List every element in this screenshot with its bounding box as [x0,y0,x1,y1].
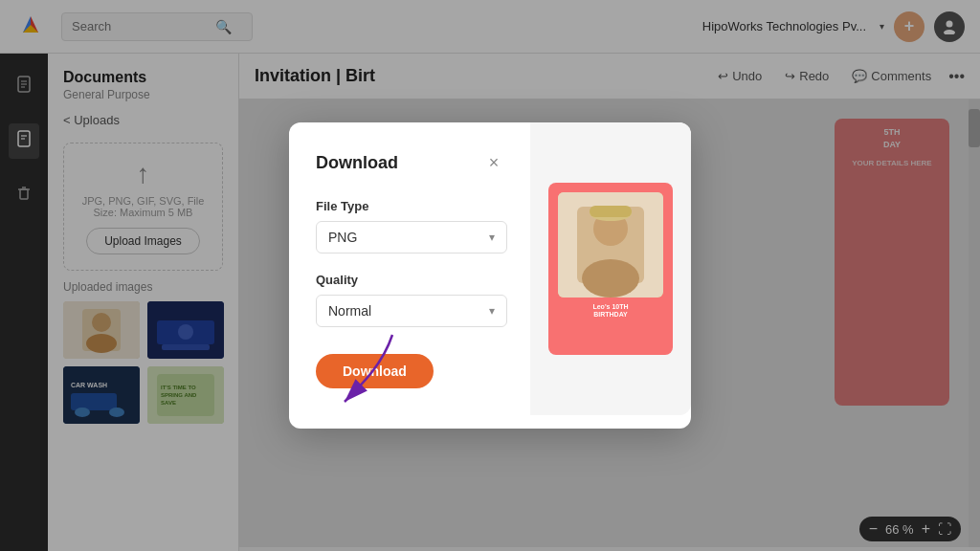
modal-header: Download × [316,149,507,176]
file-type-chevron-icon: ▾ [489,231,495,244]
quality-chevron-icon: ▾ [489,304,495,318]
svg-point-34 [582,259,639,298]
preview-name-line1: Leo's 10TH [592,303,628,311]
modal-close-button[interactable]: × [480,149,507,176]
download-button[interactable]: Download [316,354,434,388]
modal-preview-section: Leo's 10TH BIRTHDAY [530,122,691,415]
modal-form: File Type PNG ▾ Quality Normal ▾ Downloa… [316,199,507,388]
file-type-value: PNG [328,230,357,245]
preview-photo [558,192,663,298]
modal-overlay: Download × File Type PNG ▾ Quality Norma… [0,0,980,551]
quality-label: Quality [316,273,507,287]
quality-value: Normal [328,303,371,319]
file-type-select[interactable]: PNG ▾ [316,221,507,253]
download-modal: Download × File Type PNG ▾ Quality Norma… [289,122,691,429]
preview-name-line2: BIRTHDAY [592,311,628,319]
modal-title: Download [316,153,398,173]
preview-text-block: Leo's 10TH BIRTHDAY [587,298,634,325]
preview-design-card: Leo's 10TH BIRTHDAY [548,183,673,355]
quality-select[interactable]: Normal ▾ [316,295,507,327]
svg-rect-36 [590,206,632,217]
modal-form-section: Download × File Type PNG ▾ Quality Norma… [289,122,530,415]
file-type-label: File Type [316,199,507,213]
